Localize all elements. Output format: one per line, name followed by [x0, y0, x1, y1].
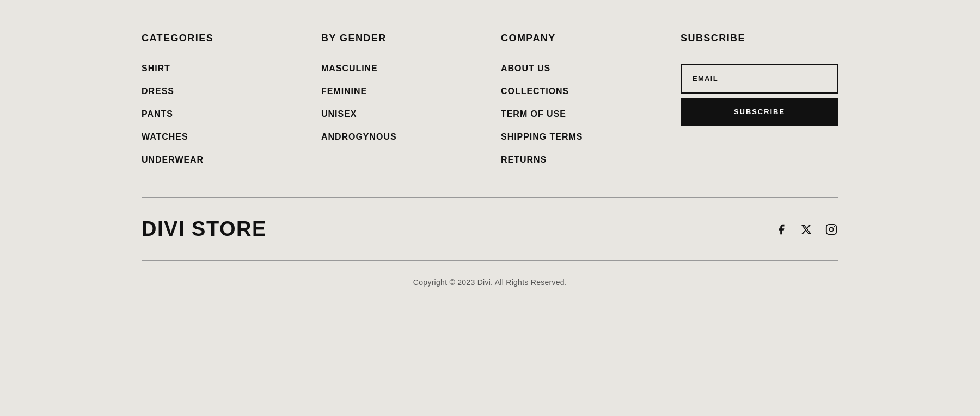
list-item: WATCHES: [142, 132, 299, 142]
gender-feminine-link[interactable]: FEMININE: [321, 86, 367, 96]
category-shirt-link[interactable]: SHIRT: [142, 64, 170, 73]
copyright-bar: Copyright © 2023 Divi. All Rights Reserv…: [142, 261, 838, 309]
company-about-link[interactable]: ABOUT US: [501, 64, 550, 73]
gender-unisex-link[interactable]: UNISEX: [321, 109, 357, 119]
gender-androgynous-link[interactable]: ANDROGYNOUS: [321, 132, 397, 141]
list-item: RETURNS: [501, 155, 659, 165]
list-item: TERM OF USE: [501, 109, 659, 119]
list-item: COLLECTIONS: [501, 86, 659, 96]
footer-col-categories: CATEGORIES SHIRT DRESS PANTS WATCHES UND…: [142, 33, 299, 165]
category-pants-link[interactable]: PANTS: [142, 109, 173, 119]
copyright-text: Copyright © 2023 Divi. All Rights Reserv…: [413, 278, 567, 287]
svg-point-1: [829, 227, 833, 231]
by-gender-heading: BY GENDER: [321, 33, 479, 44]
subscribe-button[interactable]: SUBSCRIBE: [681, 98, 838, 126]
list-item: SHIRT: [142, 64, 299, 73]
list-item: UNDERWEAR: [142, 155, 299, 165]
email-input[interactable]: [681, 64, 838, 94]
footer-col-company: COMPANY ABOUT US COLLECTIONS TERM OF USE…: [501, 33, 659, 165]
footer-col-subscribe: SUBSCRIBE SUBSCRIBE: [681, 33, 838, 165]
footer: CATEGORIES SHIRT DRESS PANTS WATCHES UND…: [131, 0, 849, 309]
footer-columns: CATEGORIES SHIRT DRESS PANTS WATCHES UND…: [142, 33, 838, 197]
category-underwear-link[interactable]: UNDERWEAR: [142, 155, 204, 164]
category-dress-link[interactable]: DRESS: [142, 86, 174, 96]
gender-masculine-link[interactable]: MASCULINE: [321, 64, 378, 73]
company-heading: COMPANY: [501, 33, 659, 44]
company-term-link[interactable]: TERM OF USE: [501, 109, 566, 119]
by-gender-list: MASCULINE FEMININE UNISEX ANDROGYNOUS: [321, 64, 479, 142]
footer-col-by-gender: BY GENDER MASCULINE FEMININE UNISEX ANDR…: [321, 33, 479, 165]
list-item: PANTS: [142, 109, 299, 119]
category-watches-link[interactable]: WATCHES: [142, 132, 188, 141]
brand-logo: DIVI STORE: [142, 218, 267, 241]
svg-point-2: [834, 226, 835, 227]
company-list: ABOUT US COLLECTIONS TERM OF USE SHIPPIN…: [501, 64, 659, 165]
list-item: ANDROGYNOUS: [321, 132, 479, 142]
list-item: FEMININE: [321, 86, 479, 96]
list-item: UNISEX: [321, 109, 479, 119]
twitter-x-icon[interactable]: [799, 222, 813, 237]
list-item: DRESS: [142, 86, 299, 96]
subscribe-heading: SUBSCRIBE: [681, 33, 838, 44]
social-icons: [774, 222, 838, 237]
instagram-icon[interactable]: [824, 222, 838, 237]
facebook-icon[interactable]: [774, 222, 788, 237]
company-collections-link[interactable]: COLLECTIONS: [501, 86, 569, 96]
list-item: SHIPPING TERMS: [501, 132, 659, 142]
list-item: ABOUT US: [501, 64, 659, 73]
company-shipping-link[interactable]: SHIPPING TERMS: [501, 132, 583, 141]
categories-list: SHIRT DRESS PANTS WATCHES UNDERWEAR: [142, 64, 299, 165]
categories-heading: CATEGORIES: [142, 33, 299, 44]
svg-rect-0: [826, 224, 836, 234]
list-item: MASCULINE: [321, 64, 479, 73]
company-returns-link[interactable]: RETURNS: [501, 155, 547, 164]
footer-bottom: DIVI STORE: [142, 198, 838, 260]
